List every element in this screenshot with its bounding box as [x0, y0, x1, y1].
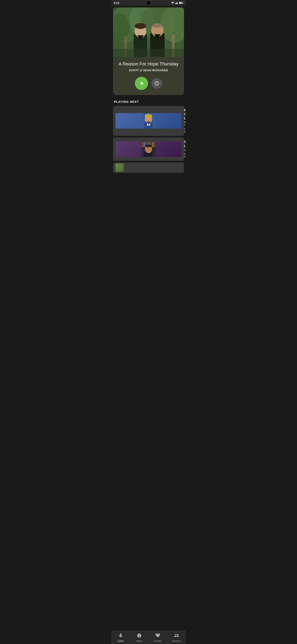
- svg-point-20: [152, 24, 163, 28]
- pcl-person-avatar: [141, 113, 156, 128]
- svg-rect-31: [144, 142, 145, 147]
- hero-image: [113, 8, 184, 57]
- svg-rect-6: [179, 2, 182, 4]
- status-time: 5:13: [114, 2, 119, 4]
- host-name: SCOTT & SEAN RICHARDS: [116, 69, 181, 72]
- hero-illustration: [113, 8, 184, 57]
- play-button[interactable]: [135, 77, 148, 90]
- program-thumbnail-1: [115, 113, 182, 128]
- partial-thumbnail: [115, 164, 124, 172]
- camera-notch: [147, 1, 150, 4]
- program-name-1: Practical Christian Living: [184, 108, 186, 120]
- status-bar: 5:13: [111, 0, 186, 6]
- program-info-2: Somebody Loves You RAUL RIES 6:30 PM - 7…: [184, 140, 186, 158]
- section-title: PLAYING NEXT: [113, 100, 184, 104]
- program-time-2: 6:30 PM - 7:00 PM: [184, 152, 186, 158]
- svg-rect-3: [178, 2, 178, 4]
- program-info-1: Practical Christian Living ROBERT FURROW…: [184, 108, 186, 134]
- program-host-1: ROBERT FURROW: [184, 121, 186, 127]
- program-time-1: 6:00 PM - 6:30 PM: [184, 128, 186, 133]
- hero-card: A Reason For Hope Thursday SCOTT & SEAN …: [113, 8, 184, 95]
- sly-person-avatar: [141, 142, 156, 157]
- svg-point-39: [145, 144, 152, 148]
- program-card-2[interactable]: Somebody Loves You RAUL RIES 6:30 PM - 7…: [113, 138, 184, 160]
- hero-controls: [116, 77, 181, 90]
- hero-info: A Reason For Hope Thursday SCOTT & SEAN …: [113, 57, 184, 95]
- show-title: A Reason For Hope Thursday: [116, 61, 181, 67]
- program-name-2: Somebody Loves You: [184, 140, 186, 148]
- play-icon: [139, 80, 145, 86]
- svg-rect-21: [113, 49, 184, 57]
- svg-point-17: [135, 23, 146, 29]
- svg-rect-30: [142, 142, 144, 147]
- svg-rect-0: [175, 3, 176, 4]
- svg-rect-2: [177, 2, 177, 4]
- svg-rect-5: [183, 2, 183, 3]
- clock-icon: [154, 81, 159, 86]
- signal-icon: [175, 2, 178, 4]
- wifi-icon: [171, 2, 175, 4]
- status-icons: [171, 2, 183, 4]
- svg-point-27: [145, 114, 152, 118]
- program-card-1[interactable]: Practical Christian Living ROBERT FURROW…: [113, 106, 184, 136]
- program-host-2: RAUL RIES: [184, 149, 186, 152]
- svg-rect-1: [176, 3, 177, 4]
- partial-program-card[interactable]: [113, 162, 184, 173]
- playing-next-section: PLAYING NEXT P: [111, 96, 186, 176]
- schedule-button[interactable]: [151, 78, 162, 89]
- svg-rect-36: [152, 142, 154, 147]
- battery-icon: [179, 2, 183, 4]
- program-thumbnail-2: [115, 142, 182, 157]
